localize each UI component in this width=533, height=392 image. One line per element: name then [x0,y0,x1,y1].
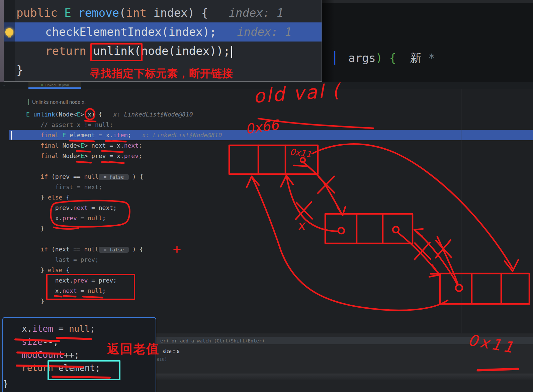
code-token: } [26,266,48,273]
code-token: = [53,324,69,334]
watch-input-row[interactable]: er) or add a watch (Ctrl+Shift+Enter) [156,337,533,344]
code-token: x. [26,215,62,222]
window-edge-strip [0,0,4,82]
class-icon [41,84,43,86]
code-token: next. [26,277,73,284]
code-line: } else { [9,192,533,203]
code-token: null [69,324,90,334]
code-token: x: LinkedList$Node@810 [131,132,222,139]
code-line: next.prev = prev; [9,275,533,286]
code-token: ; [127,132,131,139]
tab-linkedlist[interactable]: LinkedList.java [28,82,81,88]
code-token: return [22,363,59,373]
tab-label: LinkedList.java [45,83,69,87]
code-token: ; [139,142,142,149]
panel-divider-gradient [156,374,533,380]
code-token: next [73,204,88,211]
code-token: null [88,215,102,222]
code-line [9,161,533,171]
variable-size-entry[interactable]: size = 5 [163,349,179,354]
code-token: } [26,298,44,305]
editor-caret [11,131,12,140]
code-token: > x) { [81,111,102,118]
code-token: = [77,215,88,222]
code-token: next [62,287,77,294]
code-token: ▏ [335,51,341,65]
code-token: E [77,111,81,118]
overlay-shadow [322,0,335,82]
editor-guide-line [461,89,461,333]
code-token: unlink [33,111,55,118]
code-line: return element; [22,362,156,375]
code-token: E [81,142,84,149]
code-token: x. [22,324,32,334]
code-token: return [45,44,93,58]
code-line: if (next == null = false ) { [9,244,533,254]
code-token: 新 [396,51,421,65]
code-line: final Node<E> prev = x.prev; [9,151,533,161]
code-token: last = prev; [26,256,99,263]
code-token: } [26,194,48,201]
code-token: { [62,266,70,273]
code-token: if [26,173,52,180]
code-line: final E element = x.item; x: LinkedList$… [9,130,533,140]
code-token: prev. [26,204,73,211]
code-line: checkElementIndex(index); index: 1 [4,22,322,42]
code-token: else [48,266,62,273]
code-line: // assert x != null; [9,120,533,130]
code-token: E [81,152,84,159]
code-token: ; [102,215,106,222]
code-token: Node< [62,142,80,149]
code-token: args [341,51,375,65]
tab-fragment: … [3,83,5,87]
code-line: first = next; [9,182,533,192]
overlay-gutter [4,0,15,81]
code-token: // assert x != null; [26,121,113,128]
code-token: int [126,6,147,19]
background-editor-region [322,0,533,82]
code-token: > next = x. [84,142,124,149]
code-token: else [48,194,62,201]
code-line: return unlink(node(index)); [4,42,322,61]
code-token: index: 1 [223,25,292,38]
magnifier-overlay-top: public E remove(int index) { index: 1che… [4,0,322,82]
code-line: E unlink(Node<E> x) { x: LinkedList$Node… [9,109,533,120]
code-line: } [4,61,322,80]
code-token: ) { [376,51,396,65]
code-token: x. [26,287,62,294]
code-token: next [124,142,139,149]
code-line: x.item = null; [22,322,156,335]
code-token: E [62,132,70,139]
code-token: ( [55,111,59,118]
code-token: size [22,337,43,347]
code-token: remove [78,6,119,19]
code-token: item [32,324,53,334]
text-caret [231,46,232,58]
background-divider [322,77,533,77]
code-token: x: LinkedList$Node@810 [102,111,193,118]
code-line: if (prev == null = false ) { [9,171,533,182]
code-line: } [9,223,533,234]
code-token: > prev = x. [84,152,124,159]
code-token: E [64,6,78,19]
editor-code-area[interactable]: E unlink(Node<E> x) { x: LinkedList$Node… [9,109,533,306]
code-token: ; [90,324,95,334]
code-token: null [88,287,102,294]
code-token: (next == [52,246,84,253]
code-token: --; [43,337,59,347]
intention-bulb-icon[interactable] [5,28,13,36]
code-token: element; [59,363,100,373]
main-method-fragment: ▏ args) { 新 * [335,50,435,66]
code-token: checkElementIndex(index); [45,25,223,38]
tab-strip: … LinkedList.java [0,82,533,89]
code-token: ++; [64,350,79,360]
code-token: ) { [129,173,143,180]
closing-brace: } [3,378,8,389]
code-token: final [26,142,62,149]
code-token: { [62,194,70,201]
code-token: null [84,246,98,253]
code-token: final [26,132,62,139]
code-line [9,234,533,244]
code-line: x.next = null; [9,286,533,296]
code-token: if [26,246,52,253]
